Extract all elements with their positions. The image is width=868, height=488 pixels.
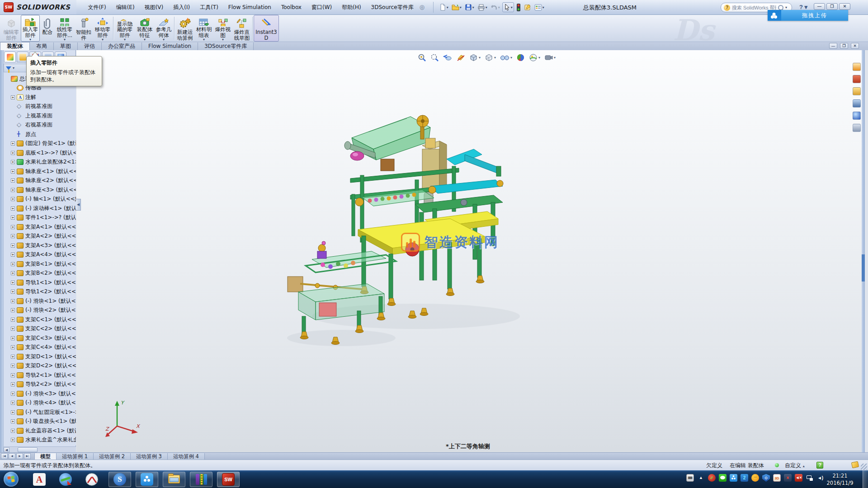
properties-button[interactable] [523, 3, 532, 12]
menu-item[interactable]: 帮助(H) [337, 0, 366, 14]
expand-toggle[interactable] [11, 169, 15, 174]
tree-item[interactable]: 轴承座<3> (默认<<默认 [4, 185, 76, 195]
qq-shield-tray-icon[interactable]: ◇ [762, 474, 770, 482]
edit-component-button[interactable]: 编辑零部件 [2, 15, 21, 42]
tree-item[interactable]: 导轨1<1> (默认<<默认 [4, 278, 76, 287]
tree-item[interactable]: 轴承座<1> (默认<<默认 [4, 167, 76, 176]
drag-upload-button[interactable]: 拖拽上传 [781, 10, 848, 21]
tree-item[interactable]: (-) 滑块<4> (默认<<默 [4, 399, 76, 408]
edit-appearance-icon[interactable] [516, 53, 525, 62]
tree-item[interactable]: 导轨2<2> (默认<<默认 [4, 380, 76, 389]
select-pointer-button[interactable]: ▾ [502, 2, 514, 12]
model-tab[interactable]: 模型 [34, 453, 57, 460]
previous-view-icon[interactable] [443, 53, 453, 62]
hide-show-items-icon[interactable]: ▾ [500, 53, 512, 62]
zoom-to-area-icon[interactable] [430, 53, 439, 62]
tree-item[interactable]: (-) 吸盘接头<1> (默认< [4, 417, 76, 427]
expand-toggle[interactable] [11, 382, 15, 386]
taskbar-app-solidworks[interactable]: SW [217, 472, 240, 487]
expand-toggle[interactable] [11, 364, 15, 368]
save-button[interactable]: ▾ [464, 3, 475, 12]
menu-item[interactable]: 窗口(W) [307, 0, 337, 14]
display-style-icon[interactable]: ▾ [485, 53, 496, 62]
tree-item[interactable]: 导轨1<2> (默认<<默认 [4, 287, 76, 297]
security-check-tray-icon[interactable]: ✓ [708, 474, 716, 482]
taskbar-app-explorer[interactable] [163, 472, 185, 487]
expand-toggle[interactable] [11, 225, 15, 229]
tree-item[interactable]: 支架C<3> (默认<<默认 [4, 333, 76, 343]
close-button[interactable]: ✕ [839, 3, 850, 10]
muted-speaker-tray-icon[interactable]: ◄× [795, 474, 802, 482]
tab-scroll-left[interactable]: ◀ [9, 453, 15, 459]
tree-item[interactable]: 原点 [4, 130, 76, 139]
speaker-tray-icon[interactable]: ◄) [816, 474, 824, 482]
bill-of-materials-button[interactable]: 材料明细表▾ [194, 15, 213, 42]
filter-dropdown-arrow[interactable]: ▾ [13, 66, 14, 70]
traffic-light-icon[interactable] [515, 3, 522, 12]
task-pane-edge[interactable] [862, 50, 865, 452]
model-tab[interactable]: 运动算例 3 [131, 453, 168, 460]
show-hidden-components-button[interactable]: 显示隐藏的零部件▾ [114, 15, 135, 42]
tree-item[interactable]: 支架A<4> (默认<<默认 [4, 250, 76, 260]
featuremanager-tab[interactable] [4, 52, 16, 62]
tree-item[interactable]: 注解 [4, 93, 76, 102]
model-tab[interactable]: 运动算例 1 [57, 453, 94, 460]
tree-item[interactable]: 导轨2<1> (默认<<默认 [4, 371, 76, 380]
taskbar-app-browser[interactable] [54, 472, 77, 487]
tree-item[interactable]: (-) 滑块<2> (默认<<默 [4, 306, 76, 315]
tree-item[interactable]: 上视基准面 [4, 111, 76, 121]
menu-item[interactable]: Toolbox [276, 0, 307, 14]
custom-properties-icon[interactable] [853, 124, 861, 132]
command-tab[interactable]: 布局 [30, 42, 54, 50]
tree-item[interactable]: (-) 滑块<3> (默认<<默 [4, 389, 76, 399]
tree-item[interactable]: 支架C<4> (默认<<默认 [4, 343, 76, 352]
tree-item[interactable]: 礼盒盖容器<1> (默认<<默 [4, 426, 76, 436]
appearances-scenes-icon[interactable] [853, 112, 861, 120]
expand-toggle[interactable] [11, 327, 15, 331]
command-tab[interactable]: 办公室产品 [102, 42, 142, 50]
tree-item[interactable]: 右视基准面 [4, 121, 76, 130]
expand-toggle[interactable] [11, 253, 15, 257]
expand-toggle[interactable] [11, 86, 15, 90]
new-document-button[interactable]: ▾ [438, 3, 449, 12]
search-input[interactable] [732, 5, 776, 10]
expand-toggle[interactable] [11, 429, 15, 433]
mate-button[interactable]: 配合 [40, 15, 55, 42]
expand-toggle[interactable] [11, 281, 15, 285]
tree-item[interactable]: 支架C<2> (默认<<默认 [4, 324, 76, 334]
pin-icon[interactable]: ◎ [420, 4, 427, 11]
taskbar-app-snipping[interactable] [80, 472, 103, 487]
expand-toggle[interactable] [11, 373, 15, 377]
scroll-thumb[interactable] [18, 447, 38, 452]
tree-item[interactable]: 支架D<1> (默认<<默认 [4, 352, 76, 361]
taskbar-app-cloud[interactable] [136, 472, 158, 487]
menu-item[interactable]: 插入(I) [168, 0, 195, 14]
menu-item[interactable]: 视图(V) [140, 0, 169, 14]
expand-toggle[interactable] [11, 401, 15, 405]
command-tab[interactable]: 评估 [78, 42, 102, 50]
expand-toggle[interactable] [11, 197, 15, 201]
panel-collapse-handle[interactable]: ◀ [76, 199, 81, 211]
tree-item[interactable]: 水果礼盒盖^水果礼盒装配 [4, 436, 76, 445]
taskbar-app-autocad[interactable]: A [28, 472, 51, 487]
tree-item[interactable]: 支架A<1> (默认<<默认 [4, 222, 76, 232]
custom-status-dropdown[interactable]: 自定义 ▴ [785, 462, 805, 469]
assembly-features-button[interactable]: 装配体特征▾ [135, 15, 154, 42]
expand-toggle[interactable] [11, 438, 15, 442]
tree-item[interactable]: (-) 滚动棒<1> (默认<<默 [4, 204, 76, 213]
menu-item[interactable]: 文件(F) [83, 0, 111, 14]
tree-item[interactable]: 零件1<1>->? (默认<<默 [4, 213, 76, 223]
quick-tips-button[interactable]: ? [816, 462, 823, 469]
tree-item[interactable]: (-) 轴<1> (默认<<默认 [4, 195, 76, 204]
wechat-tray-icon[interactable] [719, 474, 726, 482]
taskbar-clock[interactable]: 21:21 2016/11/9 [824, 472, 856, 487]
expand-toggle[interactable] [11, 299, 15, 303]
section-view-icon[interactable] [457, 53, 465, 62]
expand-toggle[interactable] [11, 244, 15, 248]
insert-component-button[interactable]: 插入零部件▾ [21, 15, 40, 42]
mascot-tray-icon[interactable]: ᵔᵔ [751, 474, 759, 482]
command-tab[interactable]: 草图 [54, 42, 78, 50]
tree-item[interactable]: (-) 滑块<1> (默认<<默认 [4, 296, 76, 306]
expand-toggle[interactable] [11, 114, 15, 118]
expand-toggle[interactable] [11, 318, 15, 322]
